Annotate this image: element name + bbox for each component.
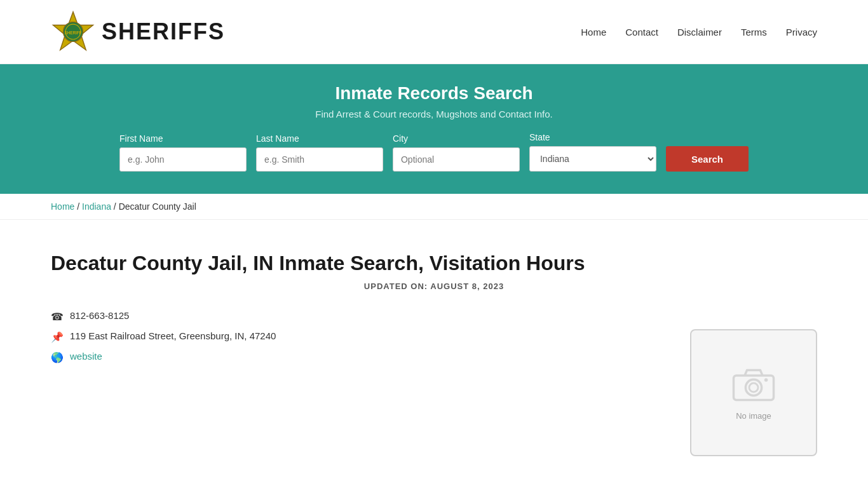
search-banner-subtitle: Find Arrest & Court records, Mugshots an… [51, 109, 817, 119]
first-name-group: First Name [119, 133, 247, 172]
search-form: First Name Last Name City State Indiana … [51, 132, 817, 172]
last-name-group: Last Name [256, 133, 383, 172]
svg-text:SHERIFF: SHERIFF [65, 30, 82, 35]
nav-contact[interactable]: Contact [625, 27, 658, 37]
state-select[interactable]: Indiana Alabama Alaska Arizona Californi… [529, 146, 656, 172]
website-item: 🌎 website [51, 351, 690, 363]
state-group: State Indiana Alabama Alaska Arizona Cal… [529, 132, 656, 172]
svg-point-5 [745, 379, 761, 395]
nav-disclaimer[interactable]: Disclaimer [677, 27, 722, 37]
nav-terms[interactable]: Terms [741, 27, 767, 37]
svg-point-6 [749, 383, 758, 391]
breadcrumb-sep1: / [77, 201, 82, 212]
location-icon: 📌 [51, 331, 64, 343]
breadcrumb-home[interactable]: Home [51, 201, 74, 212]
breadcrumb-current: Decatur County Jail [119, 201, 196, 212]
updated-date: UPDATED ON: AUGUST 8, 2023 [51, 281, 817, 291]
state-label: State [529, 132, 656, 142]
site-logo-text: SHERIFFS [102, 18, 225, 45]
nav-home[interactable]: Home [581, 27, 606, 37]
breadcrumb-state[interactable]: Indiana [82, 201, 111, 212]
svg-point-7 [764, 378, 768, 382]
city-group: City [393, 133, 520, 172]
address-item: 📌 119 East Railroad Street, Greensburg, … [51, 330, 690, 343]
main-content: Decatur County Jail, IN Inmate Search, V… [0, 220, 868, 488]
first-name-input[interactable] [119, 147, 247, 172]
search-banner-title: Inmate Records Search [51, 83, 817, 104]
logo-area: SHERIFF SHERIFFS [51, 10, 225, 54]
phone-number: 812-663-8125 [70, 310, 129, 321]
globe-icon: 🌎 [51, 351, 64, 363]
breadcrumb: Home / Indiana / Decatur County Jail [0, 194, 868, 220]
info-left: ☎ 812-663-8125 📌 119 East Railroad Stree… [51, 310, 690, 371]
address-text: 119 East Railroad Street, Greensburg, IN… [70, 330, 276, 341]
last-name-input[interactable] [256, 147, 383, 172]
phone-icon: ☎ [51, 311, 64, 323]
city-input[interactable] [393, 147, 520, 172]
city-label: City [393, 133, 520, 144]
first-name-label: First Name [119, 133, 247, 144]
search-button[interactable]: Search [666, 146, 749, 172]
nav-privacy[interactable]: Privacy [786, 27, 817, 37]
sheriff-star-icon: SHERIFF [51, 10, 95, 54]
last-name-label: Last Name [256, 133, 383, 144]
website-link[interactable]: website [70, 351, 102, 362]
no-image-box: No image [690, 329, 817, 456]
no-image-label: No image [736, 411, 771, 421]
main-nav: Home Contact Disclaimer Terms Privacy [581, 27, 817, 37]
site-header: SHERIFF SHERIFFS Home Contact Disclaimer… [0, 0, 868, 64]
search-banner: Inmate Records Search Find Arrest & Cour… [0, 64, 868, 194]
page-title: Decatur County Jail, IN Inmate Search, V… [51, 252, 817, 275]
breadcrumb-sep2: / [114, 201, 119, 212]
phone-item: ☎ 812-663-8125 [51, 310, 690, 323]
info-section: ☎ 812-663-8125 📌 119 East Railroad Stree… [51, 310, 817, 456]
camera-icon [731, 365, 776, 403]
